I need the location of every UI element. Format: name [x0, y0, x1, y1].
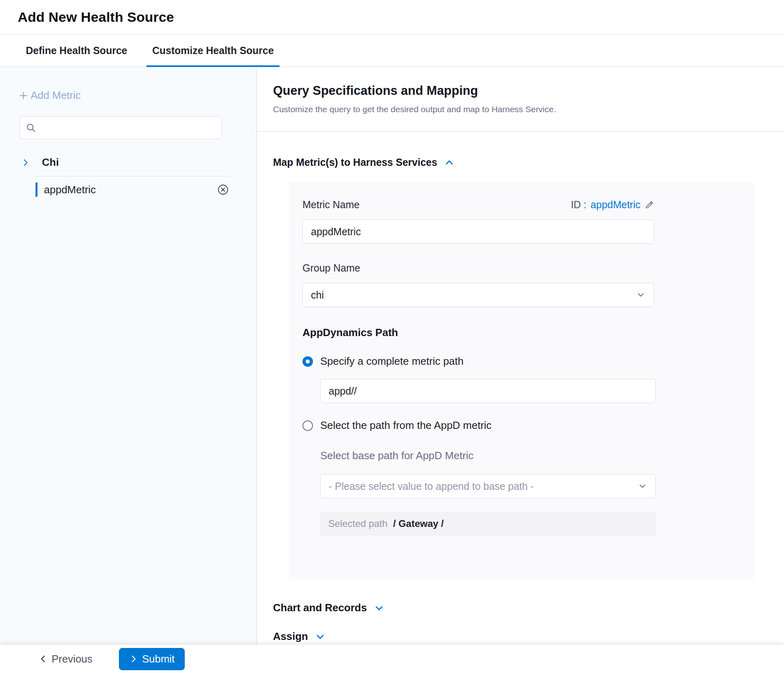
query-specs-panel: Query Specifications and Mapping Customi…: [257, 67, 784, 645]
metric-item-appdmetric[interactable]: appdMetric: [35, 176, 229, 203]
dialog-body: Add Metric Chi appdMetric: [0, 67, 784, 645]
page-title: Add New Health Source: [18, 9, 174, 25]
chevron-down-icon: [374, 603, 384, 613]
dialog-header: Add New Health Source: [0, 0, 784, 35]
assign-title: Assign: [273, 630, 308, 643]
map-metrics-form: Metric Name ID : appdMetric Group Name c…: [289, 182, 754, 580]
edit-id-icon[interactable]: [644, 200, 654, 210]
metric-id-prefix: ID :: [571, 199, 586, 211]
base-path-select[interactable]: - Please select value to append to base …: [320, 474, 656, 498]
base-path-label: Select base path for AppD Metric: [320, 449, 754, 462]
submit-button-label: Submit: [142, 653, 175, 665]
delete-metric-icon[interactable]: [217, 184, 229, 196]
chevron-left-icon: [39, 654, 48, 663]
chart-and-records-title: Chart and Records: [273, 602, 367, 614]
assign-toggle[interactable]: Assign: [273, 630, 784, 643]
metric-name-row: Metric Name ID : appdMetric: [302, 199, 654, 211]
previous-button-label: Previous: [52, 653, 92, 665]
selected-path-label: Selected path: [328, 518, 388, 529]
metric-name-label: Metric Name: [302, 199, 360, 211]
add-health-source-dialog: Add New Health Source Define Health Sour…: [0, 0, 784, 673]
group-name-select[interactable]: chi: [302, 283, 654, 307]
add-metric-label: Add Metric: [31, 89, 81, 102]
metric-group-chi[interactable]: Chi: [21, 156, 256, 169]
base-path-placeholder: - Please select value to append to base …: [329, 481, 534, 492]
metric-item-label: appdMetric: [44, 184, 96, 196]
tab-bar: Define Health Source Customize Health So…: [0, 35, 784, 67]
search-input[interactable]: [41, 122, 215, 134]
tab-define-health-source[interactable]: Define Health Source: [20, 35, 133, 67]
divider: [257, 131, 784, 132]
add-metric-button[interactable]: Add Metric: [19, 89, 256, 102]
dialog-footer: Previous Submit: [0, 645, 784, 673]
radio-select-appd-path-label: Select the path from the AppD metric: [320, 419, 492, 432]
metric-id: ID : appdMetric: [571, 199, 654, 211]
metric-name-input[interactable]: [302, 219, 654, 244]
metric-id-value[interactable]: appdMetric: [590, 199, 640, 211]
group-name-value: chi: [311, 289, 324, 301]
map-metrics-section-title: Map Metric(s) to Harness Services: [273, 157, 437, 168]
chevron-up-icon: [444, 158, 454, 167]
metrics-sidebar: Add Metric Chi appdMetric: [0, 67, 257, 645]
map-metrics-section-toggle[interactable]: Map Metric(s) to Harness Services: [273, 157, 784, 168]
chevron-right-icon: [129, 654, 138, 663]
chart-and-records-toggle[interactable]: Chart and Records: [273, 602, 784, 614]
submit-button[interactable]: Submit: [119, 648, 185, 670]
radio-unselected-icon[interactable]: [302, 420, 313, 431]
active-indicator: [35, 182, 38, 197]
selected-path-bar: Selected path / Gateway /: [320, 512, 656, 535]
radio-select-appd-path[interactable]: Select the path from the AppD metric: [302, 419, 754, 432]
selected-path-value: / Gateway /: [393, 518, 444, 529]
radio-complete-metric-path[interactable]: Specify a complete metric path: [302, 355, 754, 368]
metric-group-label: Chi: [42, 156, 59, 169]
section-subtitle: Customize the query to get the desired o…: [273, 105, 784, 114]
tab-customize-health-source[interactable]: Customize Health Source: [146, 35, 279, 67]
chevron-down-icon: [636, 290, 646, 300]
section-title: Query Specifications and Mapping: [273, 84, 784, 98]
plus-icon: [19, 91, 28, 100]
metric-search-box[interactable]: [19, 116, 222, 139]
chevron-down-icon: [315, 632, 325, 642]
group-name-label: Group Name: [302, 262, 754, 274]
appdynamics-path-heading: AppDynamics Path: [302, 326, 754, 339]
chevron-down-icon: [638, 481, 647, 491]
chevron-right-icon: [21, 158, 30, 167]
complete-metric-path-input[interactable]: [320, 379, 656, 403]
previous-button[interactable]: Previous: [39, 653, 92, 665]
radio-selected-icon[interactable]: [302, 356, 313, 367]
search-icon: [26, 123, 36, 133]
radio-complete-metric-path-label: Specify a complete metric path: [320, 355, 464, 368]
